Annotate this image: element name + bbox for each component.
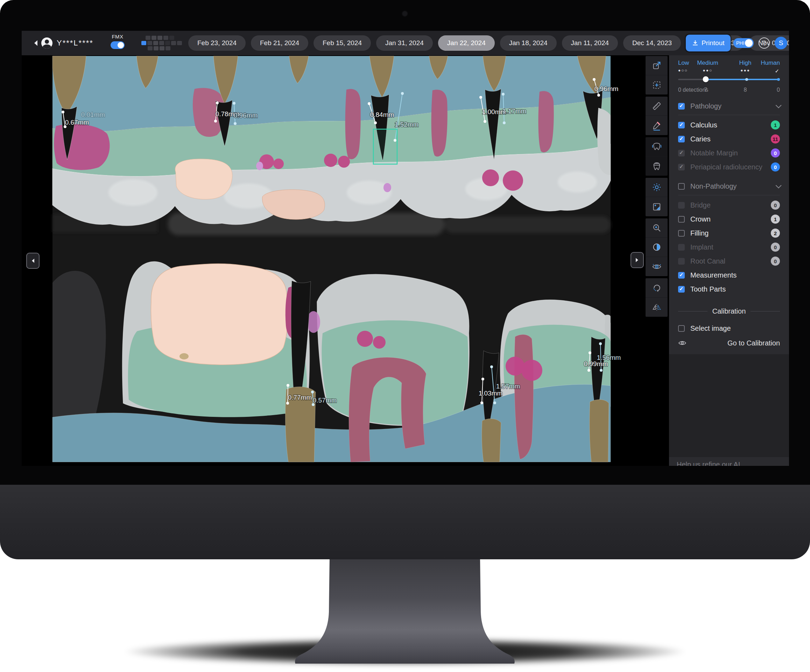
selected-detection-box[interactable] [373, 129, 397, 164]
fmx-mount-thumbnail[interactable] [141, 36, 182, 51]
periapical-checkbox[interactable] [678, 164, 685, 171]
rotate-button[interactable] [646, 278, 668, 297]
detection-row-calculus[interactable]: Calculus 1 [678, 118, 780, 132]
fmx-cell [177, 41, 182, 45]
confidence-human[interactable]: Human [761, 59, 780, 66]
fmx-cell [152, 36, 156, 40]
detection-row-periapical-radiolucency[interactable]: Periapical radiolucency 0 [678, 160, 780, 174]
help-glyph: ? [762, 39, 766, 47]
select-region-button[interactable] [646, 75, 668, 95]
non-pathology-checkbox[interactable] [678, 183, 685, 190]
detection-row-root-canal[interactable]: Root Canal 0 [678, 254, 780, 268]
detection-row-implant[interactable]: Implant 0 [678, 240, 780, 254]
caries-checkbox[interactable] [678, 136, 685, 142]
non-pathology-title: Non-Pathology [690, 182, 770, 191]
detection-row-caries[interactable]: Caries 11 [678, 132, 780, 146]
root-canal-checkbox[interactable] [678, 258, 685, 265]
detection-row-notable-margin[interactable]: Notable Margin 0 [678, 146, 780, 160]
account-avatar[interactable]: S [775, 37, 787, 49]
pathology-section-header[interactable]: Pathology [678, 98, 780, 114]
measure-button[interactable] [646, 96, 668, 116]
slider-knob[interactable] [703, 76, 709, 82]
measurement-label: 0.57mm [313, 397, 337, 404]
tool-group-image [646, 178, 668, 216]
app-window: Y***L**** FMX Feb 23, 2024 Feb 21, 2024 … [22, 31, 789, 466]
brightness-button[interactable] [646, 178, 668, 197]
annotate-button[interactable] [646, 116, 668, 135]
chevron-left-icon [31, 258, 35, 263]
slider-stop-high [745, 78, 748, 81]
zoom-in-button[interactable] [646, 218, 668, 238]
measurement-label: 0.67mm [65, 119, 89, 126]
filling-checkbox[interactable] [678, 230, 685, 236]
count-human: 0 [777, 87, 780, 93]
help-button[interactable]: ? [759, 37, 770, 49]
human-check-icon: ✓ [775, 68, 780, 74]
fmx-label: FMX [111, 34, 123, 40]
non-pathology-section-header[interactable]: Non-Pathology [678, 178, 780, 194]
confidence-medium[interactable]: Medium [697, 59, 718, 66]
measurement-label: 0.77mm [288, 394, 312, 401]
date-pill[interactable]: Feb 23, 2024 [188, 35, 246, 51]
detection-row-filling[interactable]: Filling 2 [678, 226, 780, 240]
exposure-button[interactable] [646, 197, 668, 216]
fmx-toggle[interactable] [111, 41, 125, 49]
detection-row-crown[interactable]: Crown 1 [678, 212, 780, 226]
measurements-toggle-row[interactable]: Measurements [678, 268, 780, 282]
date-pill[interactable]: Jan 11, 2024 [562, 35, 618, 51]
date-pill[interactable]: Dec 14, 2023 [623, 35, 681, 51]
notable-margin-checkbox[interactable] [678, 150, 685, 157]
confidence-slider[interactable] [678, 76, 780, 83]
date-pill[interactable]: Jan 31, 2024 [376, 35, 433, 51]
select-image-checkbox[interactable] [678, 325, 685, 332]
date-pill[interactable]: Feb 15, 2024 [314, 35, 371, 51]
row-label: Periapical radiolucency [690, 163, 763, 171]
confidence-level-dots: ●○○ ●●○ ●●● ✓ [678, 68, 780, 75]
date-pill-selected[interactable]: Jan 22, 2024 [438, 35, 495, 51]
go-to-calibration-link[interactable]: Go to Calibration [727, 339, 780, 347]
phi-label: PHI [736, 40, 744, 46]
bridge-checkbox[interactable] [678, 202, 685, 209]
count-badge: 1 [771, 214, 780, 224]
next-image-button[interactable] [631, 252, 644, 268]
tooth-parts-toggle-row[interactable]: Tooth Parts [678, 282, 780, 296]
contrast-button[interactable] [646, 238, 668, 257]
monitor-stand [284, 559, 526, 664]
tooth-parts-checkbox[interactable] [678, 286, 685, 292]
detection-row-bridge[interactable]: Bridge 0 [678, 198, 780, 212]
date-pill[interactable]: Feb 21, 2024 [251, 35, 308, 51]
download-icon [692, 40, 699, 46]
flip-button[interactable] [646, 297, 668, 317]
measurements-checkbox[interactable] [678, 272, 685, 279]
ai-visibility-button[interactable] [646, 257, 668, 276]
confidence-low[interactable]: Low [678, 59, 689, 66]
printout-button[interactable]: Printout [686, 35, 731, 51]
phi-toggle[interactable]: PHI [733, 38, 754, 48]
back-button[interactable] [32, 39, 40, 47]
expand-view-button[interactable] [646, 56, 668, 75]
confidence-high[interactable]: High [739, 59, 752, 66]
date-pill[interactable]: Jan 18, 2024 [500, 35, 557, 51]
implant-checkbox[interactable] [678, 244, 685, 251]
fmx-cell [165, 46, 170, 51]
tooth-mobility-button[interactable] [646, 137, 668, 157]
patient-avatar-icon[interactable] [41, 37, 52, 49]
count-badge: 0 [771, 201, 780, 209]
tool-group-tooth [646, 137, 668, 176]
phi-toggle-knob [745, 39, 753, 47]
select-image-row[interactable]: Select image [678, 321, 780, 335]
pathology-checkbox[interactable] [678, 103, 685, 110]
tooth-crown-button[interactable] [646, 157, 668, 176]
calculus-checkbox[interactable] [678, 122, 685, 128]
tool-group-annotate [646, 96, 668, 135]
eye-icon[interactable] [678, 340, 687, 346]
xray-canvas[interactable]: 0.67mm 0.01mm 0.78mm 0.96mm 0.84mm 1.52m… [52, 56, 611, 462]
fmx-cell [153, 41, 158, 45]
crown-checkbox[interactable] [678, 216, 685, 223]
measurement-label: 1.57mm [496, 383, 520, 390]
previous-image-button[interactable] [26, 253, 40, 269]
printout-label: Printout [702, 39, 724, 47]
medium-dots-icon: ●●○ [703, 68, 713, 73]
row-label: Caries [690, 135, 710, 143]
fmx-cell [169, 36, 174, 40]
